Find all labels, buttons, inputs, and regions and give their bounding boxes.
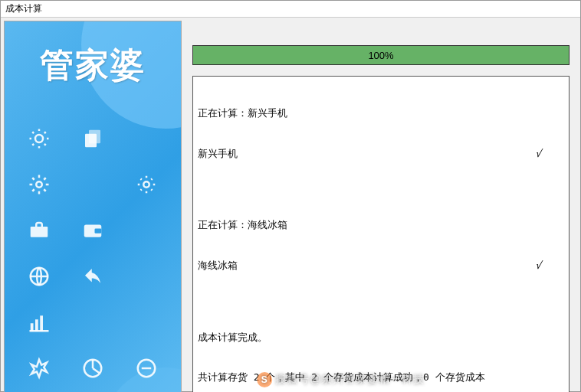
stack-icon bbox=[80, 126, 106, 152]
log-line: 正在计算：海线冰箱 bbox=[198, 218, 564, 232]
main-panel: 100% 正在计算：新兴手机 新兴手机 √ 正在计算：海线冰箱 海线冰箱 √ 成… bbox=[186, 21, 577, 392]
brand-logo-text: 管家婆 bbox=[5, 43, 181, 88]
sun-icon bbox=[26, 126, 52, 152]
svg-rect-10 bbox=[35, 319, 38, 331]
svg-rect-5 bbox=[31, 227, 48, 237]
globe-icon bbox=[26, 263, 52, 289]
gear-icon bbox=[26, 172, 52, 198]
wallet-icon bbox=[80, 217, 106, 243]
log-line: 海线冰箱 √ bbox=[198, 259, 564, 273]
svg-point-0 bbox=[35, 135, 43, 142]
gear-small-icon bbox=[133, 172, 159, 198]
progress-label: 100% bbox=[193, 46, 569, 64]
log-textarea[interactable]: 正在计算：新兴手机 新兴手机 √ 正在计算：海线冰箱 海线冰箱 √ 成本计算完成… bbox=[192, 76, 570, 392]
bar-chart-icon bbox=[26, 309, 52, 335]
log-summary: 共计算存货 2 个，其中 2 个存货成本计算成功，0 个存货成本 bbox=[198, 371, 564, 384]
log-line: 正在计算：新兴手机 bbox=[198, 106, 564, 120]
body-area: 管家婆 bbox=[1, 18, 580, 392]
svg-rect-2 bbox=[85, 134, 97, 148]
check-mark-icon: √ bbox=[535, 147, 564, 161]
log-item: 海线冰箱 bbox=[198, 259, 238, 273]
window-title: 成本计算 bbox=[5, 3, 42, 14]
undo-icon bbox=[80, 263, 106, 289]
log-line: 新兴手机 √ bbox=[198, 147, 564, 161]
svg-point-4 bbox=[143, 181, 149, 188]
sidebar-icon-grid bbox=[5, 119, 181, 388]
briefcase-icon bbox=[26, 217, 52, 243]
progress-bar: 100% bbox=[192, 45, 570, 65]
svg-rect-11 bbox=[40, 315, 43, 331]
svg-rect-9 bbox=[31, 323, 34, 331]
check-mark-icon: √ bbox=[535, 259, 564, 273]
log-done: 成本计算完成。 bbox=[198, 331, 564, 345]
cost-calc-window: 成本计算 管家婆 bbox=[0, 0, 581, 392]
svg-rect-7 bbox=[95, 229, 102, 234]
star-icon bbox=[26, 355, 52, 381]
sidebar-banner: 管家婆 bbox=[4, 21, 182, 392]
pie-icon bbox=[80, 355, 106, 381]
log-item: 新兴手机 bbox=[198, 147, 238, 161]
progress-container: 100% bbox=[192, 45, 570, 65]
window-titlebar: 成本计算 bbox=[1, 1, 580, 18]
svg-point-3 bbox=[36, 181, 42, 188]
minus-circle-icon bbox=[133, 355, 159, 381]
